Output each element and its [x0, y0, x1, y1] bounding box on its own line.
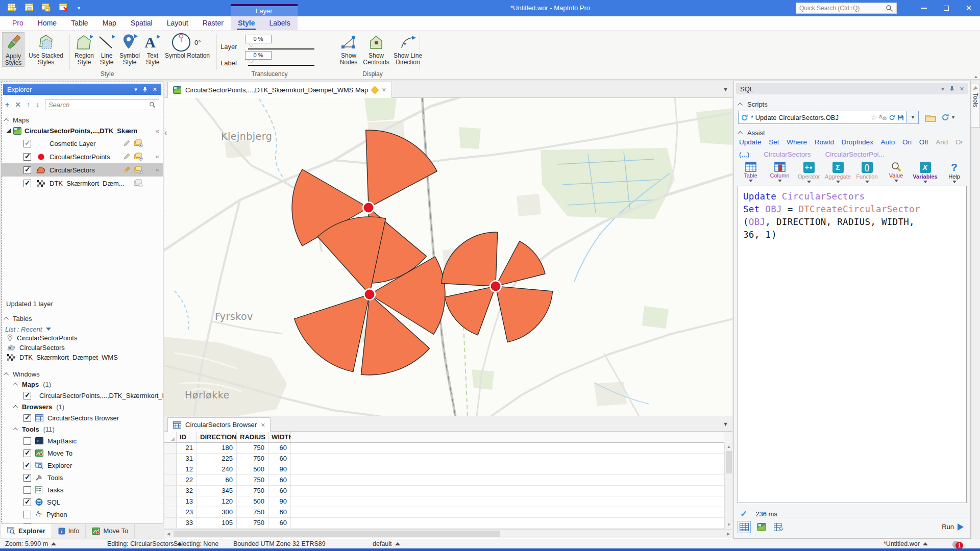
cell-width[interactable]: 60: [268, 443, 291, 453]
tab-list-chevron-icon[interactable]: ▼: [723, 421, 728, 427]
open-folder-icon[interactable]: [925, 113, 936, 122]
tab-list-chevron-icon[interactable]: ▼: [723, 86, 728, 92]
zoom-status[interactable]: Zoom: 5.990 m: [5, 540, 56, 547]
row-selector[interactable]: [164, 507, 177, 517]
close-map-tab-icon[interactable]: ×: [382, 86, 386, 94]
column-header-radius[interactable]: RADIUS: [237, 432, 268, 442]
table-row[interactable]: 3234575060: [164, 486, 724, 496]
cell-radius[interactable]: 750: [237, 507, 268, 517]
remove-icon[interactable]: ✕: [15, 101, 21, 109]
move-down-icon[interactable]: ↓: [36, 101, 39, 109]
scroll-right-arrow[interactable]: ▶: [724, 530, 732, 539]
assist-keyword-dropindex[interactable]: DropIndex: [842, 138, 873, 146]
layer-row-cosmetic-layer[interactable]: Cosmetic Layer: [1, 137, 163, 150]
favorite-star-icon[interactable]: ☆: [871, 113, 877, 121]
cell-width[interactable]: 60: [268, 518, 291, 528]
column-header-width[interactable]: WIDTH: [268, 432, 291, 442]
show-centroids-button[interactable]: ShowCentroids: [363, 32, 389, 66]
ribbon-tab-layout[interactable]: Layout: [160, 16, 195, 30]
assist-button-table[interactable]: Table: [736, 162, 765, 185]
line-style-button[interactable]: Line Style: [97, 32, 116, 66]
translucency-layer-value[interactable]: 0 %: [245, 35, 272, 43]
layer-row-dtk-sk-rmkort-d-m-[interactable]: DTK_Skærmkort_Dæm...: [1, 177, 163, 190]
table-row[interactable]: 226075060: [164, 475, 724, 486]
cell-direction[interactable]: 345: [197, 486, 237, 496]
assist-button-aggregate[interactable]: ΣAggregate: [823, 162, 852, 185]
cell-id[interactable]: 13: [177, 496, 197, 507]
apply-styles-button[interactable]: Apply Styles: [2, 32, 24, 67]
panel-tab-move-to[interactable]: Move To: [86, 524, 135, 538]
pin-icon[interactable]: [142, 86, 148, 92]
close-icon[interactable]: ✕: [153, 86, 157, 93]
tools-vertical-tab[interactable]: Tools: [971, 84, 980, 128]
assist-button-function[interactable]: ()Function: [852, 162, 881, 185]
cell-radius[interactable]: 500: [237, 496, 268, 507]
table-row[interactable]: 2330075060: [164, 507, 724, 518]
cell-direction[interactable]: 225: [197, 454, 237, 464]
scrollbar-thumb[interactable]: [726, 451, 732, 473]
assist-section-header[interactable]: Assist: [739, 129, 765, 137]
cell-id[interactable]: 33: [177, 518, 197, 528]
save-workspace-icon[interactable]: [42, 3, 52, 13]
pin-icon[interactable]: [949, 86, 954, 92]
table-row[interactable]: 2118075060: [164, 443, 724, 454]
cell-direction[interactable]: 105: [197, 518, 237, 528]
edit-pencil-icon[interactable]: [123, 139, 131, 147]
table-item-circularsectors[interactable]: CircularSectors: [1, 343, 163, 353]
map-canvas[interactable]: ‹: [164, 98, 732, 416]
browser-window-tab[interactable]: CircularSectors Browser ×: [167, 417, 271, 432]
vertical-scrollbar[interactable]: ▲ ▼: [724, 443, 732, 529]
symbol-rotation-button[interactable]: 0° Symbol Rotation: [162, 32, 212, 59]
windows-group-maps[interactable]: Maps(1): [1, 379, 163, 390]
maximize-button[interactable]: [935, 0, 958, 16]
ribbon-tab-map[interactable]: Map: [95, 16, 124, 30]
panel-tab-explorer[interactable]: Explorer: [1, 524, 52, 538]
edit-pencil-icon[interactable]: [123, 153, 131, 160]
tool-item-move-to[interactable]: Move To: [1, 447, 163, 459]
table-row[interactable]: 1312050090: [164, 496, 724, 507]
tool-item-mapbasic[interactable]: >_MapBasic: [1, 435, 163, 447]
row-selector[interactable]: [164, 443, 177, 453]
close-table-icon[interactable]: [59, 3, 69, 13]
cell-width[interactable]: 90: [268, 496, 291, 507]
sector-point[interactable]: [491, 282, 500, 291]
cell-width[interactable]: 60: [268, 454, 291, 464]
horizontal-scrollbar[interactable]: ◀ ▶: [164, 529, 732, 538]
ribbon-tab-pro[interactable]: Pro: [5, 16, 31, 30]
projection-status[interactable]: Bounded UTM Zone 32 ETRS89: [233, 540, 326, 547]
text-style-button[interactable]: A Text Style: [143, 32, 162, 66]
cell-radius[interactable]: 750: [237, 475, 268, 485]
cell-direction[interactable]: 300: [197, 507, 237, 517]
assist-keyword-where[interactable]: Where: [787, 138, 807, 146]
cell-id[interactable]: 12: [177, 464, 197, 474]
save-script-icon[interactable]: [897, 114, 904, 121]
quick-search-input[interactable]: Quick Search (Ctrl+Q): [796, 3, 897, 14]
close-button[interactable]: ✕: [958, 0, 980, 16]
sql-editor[interactable]: Update CircularSectorsSet OBJ = DTCreate…: [738, 186, 967, 503]
row-selector[interactable]: [164, 454, 177, 464]
tool-item-tasks[interactable]: Tasks: [1, 484, 163, 496]
assist-button-column[interactable]: Column: [765, 162, 794, 185]
style-mode-status[interactable]: default: [373, 540, 400, 547]
windows-section-header[interactable]: Windows: [5, 369, 163, 379]
layer-style-icon[interactable]: [134, 153, 143, 161]
save-window-icon[interactable]: [24, 3, 35, 13]
scroll-up-arrow[interactable]: ▲: [725, 443, 733, 450]
rename-icon[interactable]: a4b: [879, 114, 887, 121]
select-all-header[interactable]: [164, 432, 177, 442]
layer-style-icon[interactable]: [134, 139, 143, 147]
move-up-icon[interactable]: ↑: [27, 101, 30, 109]
row-selector[interactable]: [164, 496, 177, 507]
cell-width[interactable]: 60: [268, 475, 291, 485]
assist-button-help[interactable]: ?Help: [940, 162, 969, 185]
ribbon-tab-spatial[interactable]: Spatial: [124, 16, 160, 30]
symbol-style-button[interactable]: Symbol Style: [117, 32, 142, 66]
ribbon-tab-home[interactable]: Home: [31, 16, 64, 30]
map-window-tab[interactable]: CircularSectorPoints,...,DTK_Skærmkort_D…: [167, 82, 392, 98]
cell-id[interactable]: 22: [177, 475, 197, 485]
panel-tab-info[interactable]: iInfo: [52, 524, 86, 538]
cell-id[interactable]: 21: [177, 443, 197, 453]
row-selector[interactable]: [164, 464, 177, 474]
edit-pencil-icon[interactable]: [123, 166, 131, 173]
output-to-browser-icon[interactable]: [738, 521, 751, 533]
